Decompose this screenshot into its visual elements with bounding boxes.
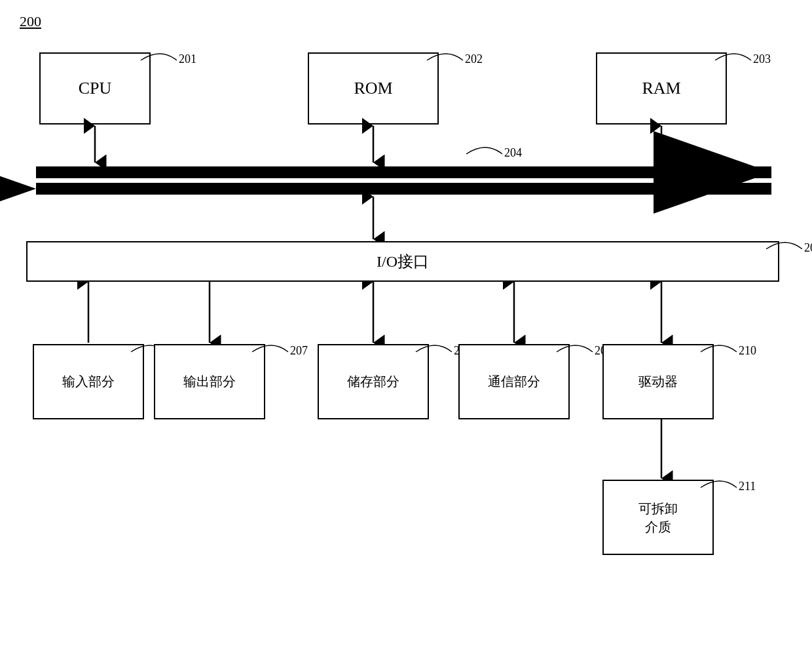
svg-text:210: 210: [739, 344, 756, 357]
storage-box: 储存部分: [318, 344, 429, 419]
driver-box: 驱动器: [602, 344, 714, 419]
output-box: 输出部分: [154, 344, 265, 419]
io-box: I/O接口: [26, 241, 779, 282]
svg-text:205: 205: [804, 241, 812, 254]
media-box: 可拆卸 介质: [602, 480, 714, 555]
comm-ref: 209: [557, 339, 596, 362]
svg-text:211: 211: [739, 480, 756, 493]
comm-box: 通信部分: [458, 344, 570, 419]
diagram: 200 CPU 201 ROM 202 RAM 203 204: [20, 13, 792, 642]
storage-ref: 208: [416, 339, 455, 362]
io-ref: 205: [766, 236, 805, 259]
media-ref: 211: [701, 474, 740, 497]
input-box: 输入部分: [33, 344, 144, 419]
svg-text:207: 207: [290, 344, 308, 357]
output-ref: 207: [252, 339, 291, 362]
driver-ref: 210: [701, 339, 740, 362]
